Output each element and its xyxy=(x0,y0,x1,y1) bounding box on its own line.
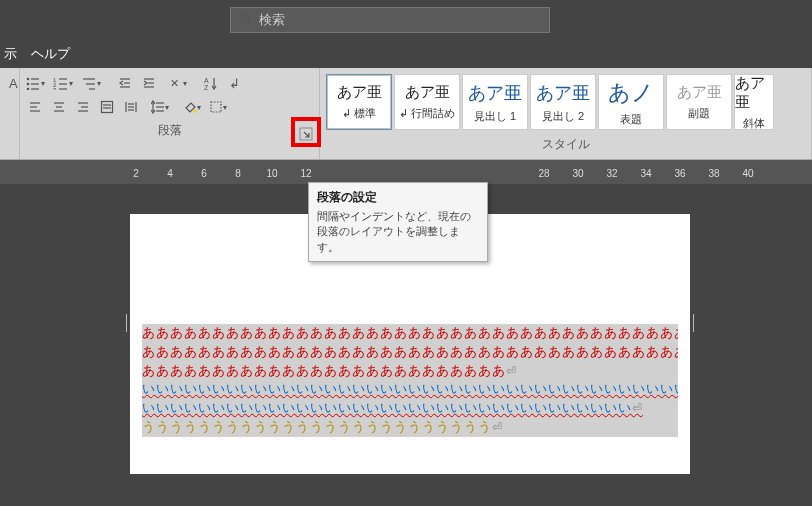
style-label: 斜体 xyxy=(743,116,765,131)
paint-bucket-icon xyxy=(183,100,197,114)
style-label: 副題 xyxy=(688,106,710,121)
bullets-button[interactable]: ▾ xyxy=(24,72,50,94)
ruler-mark: 10 xyxy=(266,168,278,179)
text-direction-icon: ✕ xyxy=(169,76,183,90)
tab-view[interactable]: 示 xyxy=(4,45,17,63)
numbering-button[interactable]: 123▾ xyxy=(52,72,78,94)
ruler-mark: 28 xyxy=(538,168,550,179)
svg-point-0 xyxy=(241,15,249,23)
paragraph-mark-icon: ⏎ xyxy=(492,420,503,434)
style-label: 見出し 1 xyxy=(474,109,516,124)
ruler-mark: 6 xyxy=(198,168,210,179)
line-spacing-button[interactable]: ▾ xyxy=(150,96,174,118)
tooltip-body: 間隔やインデントなど、現在の段落のレイアウトを調整します。 xyxy=(317,209,479,255)
pilcrow-icon: ↲ xyxy=(228,76,242,90)
bullets-icon xyxy=(25,76,41,90)
svg-text:A: A xyxy=(9,76,18,90)
ruler-mark: 2 xyxy=(130,168,142,179)
svg-point-5 xyxy=(27,83,30,86)
group-label-paragraph: 段落 xyxy=(24,118,315,145)
style-preview: あア亜 xyxy=(405,83,450,102)
shading-button[interactable]: ▾ xyxy=(182,96,206,118)
style-item-5[interactable]: あア亜副題 xyxy=(666,74,732,130)
sort-icon: AZ xyxy=(204,76,218,90)
style-preview: あア亜 xyxy=(677,83,722,102)
multilevel-list-button[interactable]: ▾ xyxy=(80,72,106,94)
ruler-mark: 36 xyxy=(674,168,686,179)
ruler-mark: 30 xyxy=(572,168,584,179)
group-label-styles: スタイル xyxy=(324,132,807,159)
style-item-4[interactable]: あノ表題 xyxy=(598,74,664,130)
text-line[interactable]: ううううううううううううううううううううううううう⏎ xyxy=(142,418,678,437)
style-preview: あア亜 xyxy=(337,83,382,102)
search-box[interactable]: 検索 xyxy=(230,7,550,33)
svg-text:↲: ↲ xyxy=(229,76,240,90)
text-line[interactable]: いいいいいいいいいいいいいいいいいいいいいいいいいいいいいいいいいいい⏎ xyxy=(142,399,678,418)
align-left-button[interactable] xyxy=(24,96,46,118)
style-item-2[interactable]: あア亜見出し 1 xyxy=(462,74,528,130)
svg-point-7 xyxy=(27,88,30,90)
ruler-container: 2468101228303234363840 xyxy=(0,160,812,184)
search-icon xyxy=(239,13,253,27)
svg-text:Z: Z xyxy=(204,84,209,90)
style-gallery[interactable]: あア亜↲ 標準あア亜↲ 行間詰めあア亜見出し 1あア亜見出し 2あノ表題あア亜副… xyxy=(324,72,807,132)
distribute-button[interactable] xyxy=(120,96,142,118)
ruler-mark: 32 xyxy=(606,168,618,179)
style-preview: あノ xyxy=(608,78,654,108)
selected-text-block[interactable]: ああああああああああああああああああああああああああああああああああああああああ… xyxy=(142,324,678,437)
tab-help[interactable]: ヘルプ xyxy=(31,45,70,63)
text-line[interactable]: ああああああああああああああああああああああああああああああああああああああああ… xyxy=(142,324,678,343)
svg-text:✕: ✕ xyxy=(170,77,179,89)
text-line[interactable]: ああああああああああああああああああああああああああ⏎ xyxy=(142,362,678,381)
text-direction-button[interactable]: ✕▾ xyxy=(168,72,192,94)
ruler-mark: 8 xyxy=(232,168,244,179)
align-center-button[interactable] xyxy=(48,96,70,118)
ruler-mark: 4 xyxy=(164,168,176,179)
paragraph-launcher-tooltip: 段落の設定 間隔やインデントなど、現在の段落のレイアウトを調整します。 xyxy=(308,182,488,262)
svg-text:A: A xyxy=(204,77,209,84)
paragraph-dialog-launcher[interactable] xyxy=(299,127,313,141)
multilevel-icon xyxy=(81,76,97,90)
sort-button[interactable]: AZ xyxy=(200,72,222,94)
ruler-mark: 34 xyxy=(640,168,652,179)
paragraph-mark-icon: ⏎ xyxy=(632,401,643,415)
ruler-mark: 40 xyxy=(742,168,754,179)
align-justify-button[interactable] xyxy=(96,96,118,118)
ruler-mark: 38 xyxy=(708,168,720,179)
search-placeholder: 検索 xyxy=(259,11,285,29)
align-justify-icon xyxy=(100,100,114,114)
text-line[interactable]: いいいいいいいいいいいいいいいいいいいいいいいいいいいいいいいいいいいいいいいい… xyxy=(142,380,678,399)
paragraph-mark-icon: ⏎ xyxy=(506,364,517,378)
borders-icon xyxy=(209,100,223,114)
style-item-1[interactable]: あア亜↲ 行間詰め xyxy=(394,74,460,130)
increase-indent-button[interactable] xyxy=(138,72,160,94)
style-item-6[interactable]: あア亜斜体 xyxy=(734,74,774,130)
decrease-indent-button[interactable] xyxy=(114,72,136,94)
distribute-icon xyxy=(124,100,138,114)
horizontal-ruler[interactable]: 2468101228303234363840 xyxy=(0,162,812,184)
style-label: ↲ 標準 xyxy=(342,106,376,121)
style-label: 表題 xyxy=(620,112,642,127)
style-item-3[interactable]: あア亜見出し 2 xyxy=(530,74,596,130)
line-spacing-icon xyxy=(151,100,165,114)
group-styles: あア亜↲ 標準あア亜↲ 行間詰めあア亜見出し 1あア亜見出し 2あノ表題あア亜副… xyxy=(320,68,812,159)
borders-button[interactable]: ▾ xyxy=(208,96,232,118)
style-item-0[interactable]: あア亜↲ 標準 xyxy=(326,74,392,130)
style-preview: あア亜 xyxy=(536,81,590,105)
text-line[interactable]: ああああああああああああああああああああああああああああああああああああああああ… xyxy=(142,343,678,362)
align-right-icon xyxy=(76,100,90,114)
align-center-icon xyxy=(52,100,66,114)
outdent-icon xyxy=(118,76,132,90)
svg-rect-51 xyxy=(211,102,221,112)
show-marks-button[interactable]: ↲ xyxy=(224,72,246,94)
dialog-launcher-icon xyxy=(299,127,313,141)
svg-rect-38 xyxy=(102,102,113,113)
align-left-icon xyxy=(28,100,42,114)
numbering-icon: 123 xyxy=(53,76,69,90)
indent-icon xyxy=(142,76,156,90)
svg-line-1 xyxy=(248,22,252,26)
style-label: ↲ 行間詰め xyxy=(399,106,455,121)
align-right-button[interactable] xyxy=(72,96,94,118)
style-label: 見出し 2 xyxy=(542,109,584,124)
title-bar: 検索 xyxy=(0,0,812,40)
